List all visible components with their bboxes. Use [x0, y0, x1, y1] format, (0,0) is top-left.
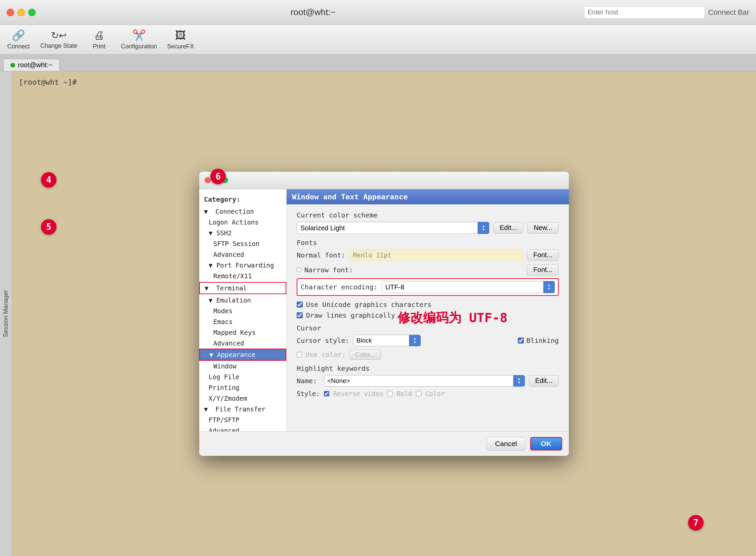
cat-file-transfer[interactable]: ▼ File Transfer [199, 404, 286, 415]
toolbar-print[interactable]: 🖨 Print [87, 29, 111, 50]
toolbar-securefx[interactable]: 🖼 SecureFX [167, 29, 194, 50]
new-color-scheme-button[interactable]: New... [527, 222, 559, 234]
color-scheme-select[interactable]: Solarized Light [297, 222, 478, 234]
cat-xyzmodem[interactable]: X/Y/Zmodem [199, 393, 286, 404]
normal-font-label: Normal font: [297, 251, 346, 259]
use-color-row: Use color: Color... [297, 350, 559, 360]
cat-sftp-session[interactable]: SFTP Session [199, 238, 286, 249]
cat-window[interactable]: Window [199, 361, 286, 372]
cat-port-forwarding[interactable]: ▼ Port Forwarding [199, 260, 286, 271]
cursor-style-arrow[interactable]: ▲ ▼ [409, 335, 421, 346]
draw-lines-checkbox-row: Draw lines graphically 修改编码为 UTF-8 [297, 311, 559, 319]
cat-remote-x11[interactable]: Remote/X11 [199, 271, 286, 281]
toolbar-configuration[interactable]: ✂️ Configuration [121, 29, 157, 50]
section-header: Window and Text Appearance [287, 189, 569, 204]
cat-modes[interactable]: Modes [199, 306, 286, 316]
cursor-style-dropdown-wrapper: Block Underline Vertical Line ▲ ▼ [354, 335, 421, 346]
cancel-button[interactable]: Cancel [487, 437, 525, 450]
cat-connection[interactable]: ▼ Connection [199, 206, 286, 217]
narrow-font-button[interactable]: Font... [527, 264, 559, 276]
chinese-annotation: 修改编码为 UTF-8 [397, 309, 507, 326]
print-label: Print [93, 43, 106, 50]
unicode-checkbox[interactable] [297, 302, 303, 308]
normal-font-button[interactable]: Font... [527, 249, 559, 261]
draw-lines-checkbox[interactable] [297, 312, 303, 318]
enc-arrow-down-icon: ▼ [548, 287, 550, 290]
blinking-checkbox[interactable] [518, 338, 524, 344]
keywords-edit-button[interactable]: Edit... [529, 375, 559, 387]
style-label: Style: [297, 390, 320, 397]
color-button[interactable]: Color... [349, 350, 381, 360]
host-input[interactable] [584, 6, 705, 19]
cat-log-file[interactable]: Log File [199, 372, 286, 382]
dialog-overlay: Category: ▼ Connection Logon Actions ▼ S… [12, 71, 756, 556]
color-scheme-dropdown-wrapper: Solarized Light ▲ ▼ [297, 222, 489, 234]
draw-lines-label: Draw lines graphically [306, 311, 395, 319]
color-scheme-arrow[interactable]: ▲ ▼ [478, 222, 489, 234]
cat-ssh2[interactable]: ▼ SSH2 [199, 228, 286, 238]
cat-logon-actions[interactable]: Logon Actions [199, 217, 286, 228]
encoding-arrow[interactable]: ▲ ▼ [543, 281, 555, 293]
toolbar-connect[interactable]: 🔗 Connect [7, 29, 30, 50]
connect-icon: 🔗 [12, 29, 25, 42]
cat-emulation[interactable]: ▼ Emulation [199, 295, 286, 306]
cursor-style-select[interactable]: Block Underline Vertical Line [354, 335, 409, 346]
cat-ftp-sftp[interactable]: FTP/SFTP [199, 415, 286, 425]
tab-bar: root@wht:~ [0, 55, 756, 71]
badge-6: 6 [210, 169, 226, 184]
badge-7: 7 [688, 515, 704, 530]
cursor-style-row: Cursor style: Block Underline Vertical L… [297, 335, 421, 346]
narrow-font-row: Narrow font: Font... [297, 264, 559, 276]
bold-checkbox[interactable] [387, 391, 392, 396]
cursor-style-label: Cursor style: [297, 337, 350, 345]
blinking-label: Blinking [527, 337, 559, 345]
blinking-row: Blinking [518, 337, 559, 345]
badge-4: 4 [41, 172, 57, 187]
cat-mapped-keys[interactable]: Mapped Keys [199, 327, 286, 338]
main-area: Session Manager [root@wht ~]# [0, 71, 756, 556]
edit-color-scheme-button[interactable]: Edit... [493, 222, 523, 234]
color-scheme-row: Solarized Light ▲ ▼ Edit... New... [297, 222, 559, 234]
cat-advanced-terminal[interactable]: Advanced [199, 338, 286, 349]
toolbar-change-state[interactable]: ↻↩ Change State [40, 30, 77, 49]
terminal-content: [root@wht ~]# [12, 71, 756, 556]
reverse-video-checkbox[interactable] [324, 391, 329, 396]
cat-appearance[interactable]: ▼ Appearance [199, 349, 286, 361]
encoding-label: Character encoding: [301, 283, 378, 291]
connect-bar-area: Connect Bar [584, 6, 749, 19]
dialog-title-bar [199, 172, 569, 189]
print-icon: 🖨 [94, 29, 105, 42]
content-panel: Window and Text Appearance Current color… [287, 189, 569, 431]
minimize-button[interactable] [17, 9, 25, 16]
name-label: Name: [297, 377, 320, 385]
tab-label: root@wht:~ [18, 61, 52, 69]
title-bar: root@wht:~ Connect Bar [0, 0, 756, 25]
cat-emacs[interactable]: Emacs [199, 316, 286, 327]
narrow-font-label: Narrow font: [304, 266, 353, 274]
dialog-footer: Cancel OK [199, 431, 569, 456]
cat-terminal[interactable]: ▼ Terminal [199, 282, 286, 294]
narrow-font-checkbox[interactable] [297, 268, 301, 272]
normal-font-value: Menlo 11pt [353, 251, 391, 259]
encoding-select[interactable]: UTF-8 [382, 281, 543, 293]
cat-advanced-ft[interactable]: Advanced [199, 425, 286, 431]
style-row: Style: Reverse video Bold Color [297, 390, 559, 397]
arrow-up-icon: ▲ [482, 224, 484, 228]
ok-button[interactable]: OK [530, 437, 563, 450]
keywords-select[interactable]: <None> [324, 375, 513, 387]
keywords-arrow[interactable]: ▲ ▼ [513, 375, 525, 387]
color-style-checkbox[interactable] [416, 391, 421, 396]
close-button[interactable] [7, 9, 14, 16]
cat-printing[interactable]: Printing [199, 382, 286, 393]
tab-session[interactable]: root@wht:~ [3, 59, 60, 71]
cat-advanced-ssh[interactable]: Advanced [199, 249, 286, 260]
use-color-checkbox[interactable] [297, 352, 302, 357]
change-state-icon: ↻↩ [51, 30, 67, 41]
normal-font-display: Menlo 11pt [350, 249, 523, 261]
arrow-down-icon: ▼ [482, 228, 484, 231]
maximize-button[interactable] [28, 9, 36, 16]
color-style-label: Color [425, 390, 444, 397]
securefx-icon: 🖼 [175, 29, 186, 42]
dialog-close-button[interactable] [205, 177, 211, 183]
keywords-name-row: Name: <None> ▲ ▼ [297, 375, 559, 387]
